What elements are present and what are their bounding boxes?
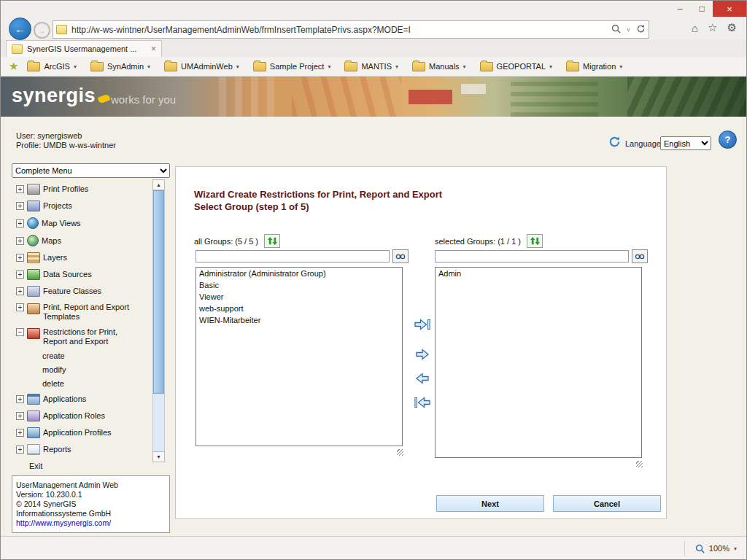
all-groups-filter-input[interactable] (196, 250, 390, 262)
move-right-button[interactable] (412, 346, 433, 362)
tree-expand-icon[interactable]: + (16, 219, 24, 228)
tree-expand-icon[interactable]: + (16, 395, 24, 403)
move-all-right-button[interactable] (412, 316, 433, 332)
list-option[interactable]: Basic (196, 279, 402, 291)
tree-expand-icon[interactable]: + (16, 412, 24, 420)
maximize-button[interactable]: □ (691, 1, 713, 17)
favorite-item-arcgis[interactable]: ArcGIS ▾ (27, 62, 76, 71)
resize-grip-icon[interactable] (636, 461, 643, 467)
help-icon[interactable]: ? (719, 131, 737, 149)
scrollbar-track[interactable] (152, 190, 165, 451)
scrollbar-thumb[interactable] (153, 190, 164, 394)
search-icon[interactable] (611, 23, 621, 36)
all-groups-filter-icon[interactable] (392, 249, 409, 263)
sidebar-item-label[interactable]: Print, Report and Export Templates (43, 303, 144, 322)
selected-groups-filter-input[interactable] (435, 250, 629, 262)
synergis-website-link[interactable]: http://www.mysynergis.com/ (16, 518, 111, 527)
sidebar-item-label[interactable]: Projects (43, 201, 72, 211)
sidebar-item-label[interactable]: Data Sources (43, 270, 92, 279)
tree-expand-icon[interactable]: + (16, 271, 24, 279)
sidebar-item-label[interactable]: Application Profiles (43, 428, 112, 438)
forward-button[interactable]: → (34, 22, 50, 39)
zoom-control[interactable]: 100% ▾ (684, 541, 737, 556)
add-favorite-star-icon[interactable]: ★ (9, 60, 18, 73)
favorite-item-migration[interactable]: Migration ▾ (566, 62, 622, 71)
tree-expand-icon[interactable]: + (16, 254, 24, 262)
sidebar-item-reports[interactable]: + Reports (12, 441, 152, 458)
tree-expand-icon[interactable]: + (16, 287, 24, 295)
sidebar-item-application-roles[interactable]: + Application Roles (12, 408, 152, 424)
reload-selected-groups-icon[interactable] (527, 234, 543, 248)
sidebar-item-label[interactable]: Map Views (42, 219, 81, 228)
sidebar-item-map-views[interactable]: + Map Views (12, 214, 152, 232)
reload-groups-icon[interactable] (264, 234, 280, 248)
home-icon[interactable]: ⌂ (692, 22, 698, 34)
sidebar-item-exit[interactable]: Exit (12, 458, 152, 474)
settings-gear-icon[interactable]: ⚙ (727, 21, 737, 34)
tree-expand-icon[interactable]: + (16, 429, 24, 437)
tree-expand-icon[interactable]: + (16, 446, 24, 454)
sidebar-item-print-profiles[interactable]: + Print Profiles (12, 181, 152, 198)
list-option[interactable]: web-support (196, 303, 402, 314)
address-dropdown-icon[interactable]: ˅ (627, 26, 630, 34)
sidebar-item-maps[interactable]: + Maps (12, 232, 152, 249)
list-option[interactable]: Viewer (196, 291, 402, 303)
sidebar-item-data-sources[interactable]: + Data Sources (12, 266, 152, 283)
next-button[interactable]: Next (436, 495, 544, 512)
refresh-page-icon[interactable] (636, 23, 646, 36)
tree-expand-icon[interactable]: + (16, 185, 24, 193)
resize-grip-icon[interactable] (397, 449, 403, 456)
url-input[interactable] (67, 25, 611, 35)
sidebar-item-modify[interactable]: modify (12, 363, 152, 377)
move-left-button[interactable] (412, 370, 433, 386)
menu-mode-select[interactable]: Complete Menu (12, 163, 170, 178)
favorite-item-synadmin[interactable]: SynAdmin ▾ (90, 62, 150, 71)
favorite-item-geoportal[interactable]: GEOPORTAL ▾ (480, 62, 552, 71)
sidebar-item-label[interactable]: Print Profiles (43, 184, 88, 194)
sidebar-item-feature-classes[interactable]: + Feature Classes (12, 283, 152, 300)
sidebar-item-label[interactable]: Layers (43, 253, 67, 262)
back-button[interactable]: ← (9, 18, 31, 40)
all-groups-listbox[interactable]: Administrator (Administrator Group) Basi… (196, 267, 403, 446)
sidebar-scrollbar[interactable]: ▲ ▼ (152, 179, 165, 462)
favorite-item-manuals[interactable]: Manuals ▾ (412, 62, 466, 71)
reload-page-icon[interactable] (608, 135, 622, 152)
cancel-button[interactable]: Cancel (553, 495, 661, 512)
move-all-left-button[interactable] (412, 394, 433, 411)
sidebar-item-label[interactable]: Restrictions for Print, Report and Expor… (43, 327, 144, 346)
sidebar-item-label[interactable]: Reports (43, 445, 71, 454)
browser-tab[interactable]: SynerGIS Usermanagement ... × (6, 40, 162, 57)
zoom-caret-icon[interactable]: ▾ (734, 545, 737, 552)
language-select[interactable]: English (660, 136, 711, 150)
scroll-down-icon[interactable]: ▼ (152, 451, 165, 462)
list-option[interactable]: WIEN-Mitarbeiter (196, 314, 402, 326)
address-bar[interactable]: ˅ (53, 20, 649, 39)
sidebar-item-restrictions[interactable]: − Restrictions for Print, Report and Exp… (12, 324, 152, 349)
sidebar-item-projects[interactable]: + Projects (12, 198, 152, 214)
sidebar-item-delete[interactable]: delete (12, 377, 152, 391)
sidebar-item-create[interactable]: create (12, 349, 152, 363)
minimize-button[interactable]: – (669, 1, 691, 17)
tab-close-icon[interactable]: × (151, 44, 156, 54)
selected-groups-listbox[interactable]: Admin (435, 267, 642, 458)
sidebar-item-label[interactable]: Maps (42, 236, 61, 246)
sidebar-item-layers[interactable]: + Layers (12, 249, 152, 266)
favorite-item-umadminweb[interactable]: UMAdminWeb ▾ (164, 62, 239, 71)
sidebar-item-application-profiles[interactable]: + Application Profiles (12, 424, 152, 441)
sidebar-item-label[interactable]: Feature Classes (43, 287, 101, 296)
tree-expand-icon[interactable]: + (16, 202, 24, 210)
sidebar-item-label[interactable]: Applications (43, 394, 86, 404)
favorites-icon[interactable]: ☆ (708, 21, 717, 34)
favorite-item-mantis[interactable]: MANTIS ▾ (344, 62, 398, 71)
close-button[interactable]: × (713, 1, 746, 17)
selected-groups-filter-icon[interactable] (632, 249, 648, 263)
scroll-up-icon[interactable]: ▲ (152, 179, 165, 190)
list-option[interactable]: Admin (436, 268, 641, 279)
sidebar-item-print-report-export-templates[interactable]: + Print, Report and Export Templates (12, 300, 152, 324)
sidebar-item-applications[interactable]: + Applications (12, 391, 152, 408)
favorite-item-sample-project[interactable]: Sample Project ▾ (253, 62, 331, 71)
sidebar-item-label[interactable]: Application Roles (43, 411, 105, 421)
list-option[interactable]: Administrator (Administrator Group) (196, 268, 402, 279)
tree-collapse-icon[interactable]: − (16, 328, 24, 336)
tree-expand-icon[interactable]: + (16, 303, 24, 311)
